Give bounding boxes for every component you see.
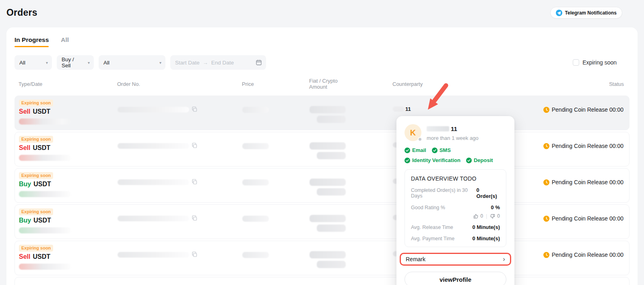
- stat-label: Completed Order(s) in 30 Days: [411, 187, 477, 199]
- remark-row-highlighted[interactable]: Remark ›: [400, 253, 511, 266]
- redacted-date: [19, 119, 71, 125]
- cell-order-no: [118, 205, 220, 221]
- verification-email: Email: [405, 147, 426, 153]
- redacted-crypto-amount: [317, 261, 346, 268]
- expiring-soon-badge: Expiring soon: [19, 208, 53, 215]
- tabs: In Progress All: [14, 36, 630, 47]
- thumbs-up-icon: [473, 214, 479, 219]
- filter-bar: All ▾ Buy / Sell ▾ All ▾ Start Date → En…: [14, 55, 630, 70]
- stat-label: Good Rating %: [411, 205, 445, 210]
- expiring-soon-filter[interactable]: Expiring soon: [573, 59, 617, 66]
- order-side: Sell: [19, 253, 30, 260]
- redacted-date: [19, 155, 71, 161]
- stat-label: Avg. Payment Time: [411, 236, 454, 241]
- cell-price: [220, 132, 277, 149]
- copy-icon[interactable]: [192, 215, 198, 221]
- counterparty-popover: K 11 more than 1 week ago Email SMS Iden…: [396, 116, 514, 285]
- order-side: Buy: [19, 181, 31, 187]
- cell-order-no: [118, 241, 220, 258]
- cell-fiat-crypto: [277, 241, 357, 268]
- status-text: Pending Coin Release 00:00: [552, 179, 623, 185]
- redacted-order-no: [118, 179, 189, 185]
- table-row[interactable]: Expiring soon SellUSDT Pending Coin Rele…: [14, 241, 630, 275]
- orders-card: In Progress All All ▾ Buy / Sell ▾ All ▾…: [6, 27, 638, 285]
- thumbs-down-icon: [490, 214, 495, 219]
- redacted-price: [242, 179, 269, 185]
- chevron-down-icon: ▾: [88, 60, 90, 65]
- cell-fiat-crypto: [277, 96, 357, 123]
- offline-status-dot: [418, 137, 422, 141]
- filter-dropdown-asset-value: All: [19, 60, 25, 66]
- redacted-fiat-amount: [310, 179, 346, 186]
- status-text: Pending Coin Release 00:00: [552, 252, 623, 258]
- stat-label: Avg. Release Time: [411, 225, 453, 230]
- stat-value: 0 Minute(s): [472, 235, 500, 241]
- thumbs-down-count: 0: [497, 213, 500, 219]
- chevron-down-icon: ▾: [159, 60, 161, 65]
- redacted-order-no: [118, 107, 189, 112]
- redacted-crypto-amount: [317, 188, 346, 196]
- check-circle-icon: [466, 158, 472, 163]
- cell-price: [220, 241, 277, 258]
- check-circle-icon: [405, 148, 410, 153]
- redacted-fiat-amount: [310, 251, 346, 258]
- verification-badges: Email SMS Identity Verification Deposit: [405, 147, 506, 163]
- cell-fiat-crypto: [277, 205, 357, 232]
- telegram-notifications-button[interactable]: Telegram Notifications: [550, 7, 622, 19]
- copy-icon[interactable]: [192, 252, 198, 258]
- check-circle-icon: [432, 148, 438, 153]
- cell-counterparty[interactable]: 11: [357, 96, 429, 112]
- order-side: Sell: [19, 144, 30, 151]
- table-header: Type/Date Order No. Price Fiat / Crypto …: [14, 77, 630, 91]
- copy-icon[interactable]: [192, 179, 198, 185]
- header-price: Price: [220, 81, 276, 87]
- view-profile-button[interactable]: viewProfile: [405, 272, 506, 285]
- cell-fiat-crypto: [277, 132, 357, 159]
- redacted-price: [242, 107, 269, 113]
- filter-dropdown-asset[interactable]: All ▾: [14, 55, 52, 70]
- tab-all[interactable]: All: [61, 36, 69, 47]
- redacted-price: [242, 216, 269, 222]
- expiring-soon-badge: Expiring soon: [19, 136, 53, 143]
- cell-price: [220, 96, 277, 113]
- expiring-soon-checkbox[interactable]: [573, 59, 579, 66]
- table-row[interactable]: [14, 277, 630, 285]
- cell-order-no: [118, 96, 220, 112]
- order-side: Sell: [19, 108, 30, 115]
- tab-in-progress[interactable]: In Progress: [14, 36, 49, 47]
- filter-dropdown-status[interactable]: All ▾: [99, 55, 165, 70]
- popover-header: K 11 more than 1 week ago: [405, 124, 506, 141]
- table-row[interactable]: Expiring soon SellUSDT 11 Pending Coin R…: [14, 96, 630, 130]
- redacted-date: [19, 191, 71, 197]
- redacted-price: [242, 252, 269, 258]
- table-row[interactable]: Expiring soon SellUSDT Pending Coin Rele…: [14, 132, 630, 166]
- expiring-soon-label: Expiring soon: [582, 59, 617, 66]
- pending-clock-icon: [543, 216, 549, 222]
- date-range-picker[interactable]: Start Date → End Date: [170, 55, 266, 70]
- redacted-date: [19, 264, 71, 270]
- cell-price: [220, 169, 277, 185]
- avatar[interactable]: K: [405, 124, 421, 141]
- copy-icon[interactable]: [192, 143, 198, 149]
- status-text: Pending Coin Release 00:00: [552, 215, 623, 222]
- table-row[interactable]: Expiring soon BuyUSDT Pending Coin Relea…: [14, 168, 630, 203]
- pending-clock-icon: [543, 143, 549, 149]
- cell-fiat-crypto: [277, 169, 357, 196]
- redacted-fiat-amount: [310, 215, 346, 222]
- filter-dropdown-side[interactable]: Buy / Sell ▾: [57, 55, 94, 70]
- start-date-placeholder: Start Date: [175, 60, 200, 66]
- table-row[interactable]: Expiring soon BuyUSDT Pending Coin Relea…: [14, 204, 630, 239]
- order-asset: USDT: [33, 108, 50, 115]
- cell-type-date: Expiring soon SellUSDT: [15, 96, 118, 125]
- divider: |: [485, 213, 488, 219]
- redacted-order-no: [118, 143, 189, 149]
- stat-avg-release-time: Avg. Release Time 0 Minute(s): [411, 224, 500, 230]
- pending-clock-icon: [543, 107, 549, 113]
- redacted-order-no: [118, 216, 189, 221]
- stat-completed-orders: Completed Order(s) in 30 Days 0 Order(s): [411, 187, 500, 199]
- order-asset: USDT: [33, 181, 51, 187]
- stat-value: 0 Minute(s): [472, 224, 500, 230]
- stat-good-rating: Good Rating % 0 %: [411, 204, 500, 210]
- cell-order-no: [118, 132, 220, 149]
- copy-icon[interactable]: [192, 106, 198, 112]
